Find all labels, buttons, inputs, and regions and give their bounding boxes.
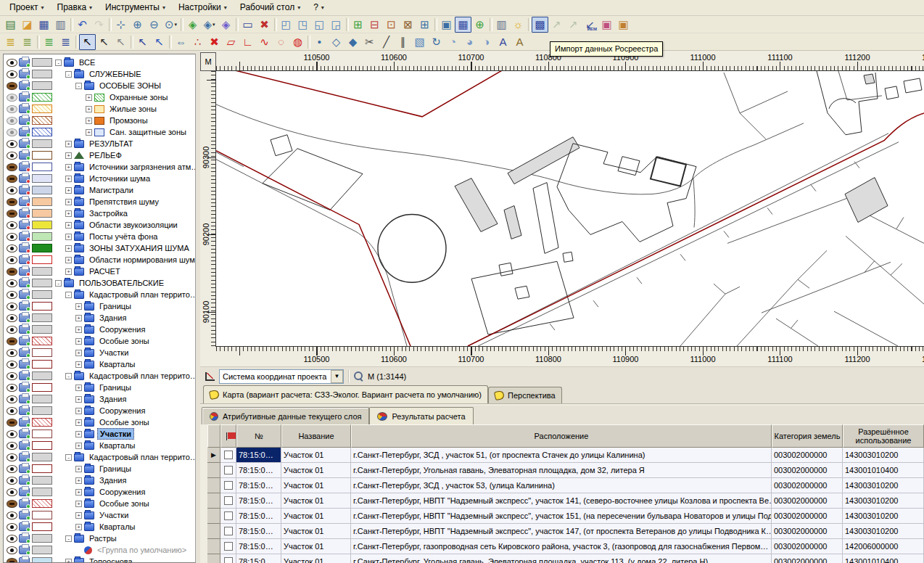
tree-expand-toggle[interactable]: + bbox=[65, 199, 72, 205]
layer-row[interactable]: + Участки bbox=[4, 347, 195, 358]
layer-row[interactable]: + Кварталы bbox=[4, 521, 195, 533]
split-object-button[interactable]: ✂ bbox=[361, 34, 378, 50]
row-checkbox[interactable] bbox=[224, 542, 233, 551]
toolbar-separator[interactable] bbox=[168, 34, 173, 50]
column-header-permitted-use[interactable]: Разрешённое использование bbox=[843, 424, 924, 448]
save-project-button[interactable]: ▦ bbox=[36, 17, 52, 33]
layer-row[interactable]: + Границы bbox=[4, 463, 195, 474]
printable-printer-icon[interactable] bbox=[19, 209, 30, 218]
toolbar-separator[interactable] bbox=[345, 17, 350, 33]
printable-printer-icon[interactable] bbox=[19, 104, 30, 113]
layer-row[interactable]: + Охранные зоны bbox=[4, 91, 195, 103]
printable-printer-icon[interactable] bbox=[19, 418, 30, 427]
printable-printer-icon[interactable] bbox=[19, 151, 30, 160]
copy-contour-button[interactable]: ◰ bbox=[278, 17, 294, 33]
printable-printer-icon[interactable] bbox=[19, 116, 30, 125]
view-tab[interactable]: Перспектива bbox=[488, 387, 562, 403]
draw-point-button[interactable]: • bbox=[311, 34, 328, 50]
row-checkbox-cell[interactable] bbox=[220, 448, 236, 463]
toolbar-separator[interactable] bbox=[234, 17, 239, 33]
draw-polygon-button[interactable]: ◇ bbox=[328, 34, 345, 50]
layer-label[interactable]: Особые зоны bbox=[97, 336, 152, 346]
printable-printer-icon[interactable] bbox=[19, 511, 30, 519]
tree-expand-toggle[interactable]: + bbox=[65, 152, 72, 159]
layer-style-swatch[interactable] bbox=[32, 93, 52, 102]
row-checkbox[interactable] bbox=[224, 481, 233, 490]
location-cell[interactable]: г.Санкт-Петербург, НВПТ "Надземный экспр… bbox=[351, 509, 772, 524]
column-header-location[interactable]: Расположение bbox=[351, 424, 772, 448]
visibility-eye-icon[interactable] bbox=[7, 500, 17, 508]
location-cell[interactable]: г.Санкт-Петербург, Угольная гавань, Элев… bbox=[351, 554, 772, 563]
tree-expand-toggle[interactable]: + bbox=[75, 501, 82, 507]
layer-style-swatch[interactable] bbox=[32, 430, 52, 438]
new-project-button[interactable]: ▤ bbox=[2, 17, 19, 33]
exit-marker-button[interactable]: ▣ bbox=[615, 17, 632, 33]
semantics-add-button[interactable]: ⊞ bbox=[350, 17, 366, 33]
layer-row[interactable]: - Растры bbox=[4, 533, 195, 544]
row-checkbox-cell[interactable] bbox=[220, 463, 236, 478]
layer-label[interactable]: Кварталы bbox=[97, 359, 137, 369]
layer-label[interactable]: Особые зоны bbox=[97, 417, 152, 427]
menu-item[interactable]: Инструменты ▾ bbox=[99, 0, 172, 15]
printable-printer-icon[interactable] bbox=[19, 313, 30, 322]
layer-row[interactable]: - ОСОБЫЕ ЗОНЫ bbox=[4, 80, 195, 91]
layer-label[interactable]: Промзоны bbox=[107, 115, 150, 126]
layer-row[interactable]: + Сооружения bbox=[4, 486, 195, 498]
name-cell[interactable]: Участок 01 bbox=[281, 448, 351, 463]
name-cell[interactable]: Участок 01 bbox=[281, 539, 351, 554]
semantics-view-button[interactable]: ⊡ bbox=[383, 17, 400, 33]
visibility-eye-icon[interactable] bbox=[7, 279, 17, 287]
layer-label[interactable]: РАСЧЕТ bbox=[87, 266, 123, 276]
layer-style-swatch[interactable] bbox=[32, 151, 52, 160]
printable-printer-icon[interactable] bbox=[19, 476, 30, 485]
undo-button[interactable]: ↶ bbox=[74, 17, 91, 33]
draw-arc2-button[interactable]: ◕ bbox=[461, 34, 478, 50]
row-checkbox-cell[interactable] bbox=[220, 509, 236, 524]
edit-mesh-button[interactable]: ◍ bbox=[289, 34, 306, 50]
layer-style-swatch[interactable] bbox=[32, 546, 52, 554]
layer-style-swatch[interactable] bbox=[32, 534, 52, 543]
printable-printer-icon[interactable] bbox=[19, 348, 30, 357]
permitted-use-cell[interactable]: 143003010200 bbox=[843, 493, 924, 509]
tree-expand-toggle[interactable]: - bbox=[55, 280, 62, 287]
layer-row[interactable]: + Особые зоны bbox=[4, 335, 195, 347]
layer-row[interactable]: + Жилые зоны bbox=[4, 103, 195, 115]
row-checkbox[interactable] bbox=[224, 496, 233, 505]
toolbar-separator[interactable] bbox=[306, 34, 311, 50]
visibility-eye-icon[interactable] bbox=[7, 314, 17, 322]
cadastral-number-cell[interactable]: 78:15:0… bbox=[236, 463, 281, 478]
toolbar-separator[interactable] bbox=[527, 17, 532, 33]
cadastral-number-cell[interactable]: 78:15:0… bbox=[236, 478, 281, 493]
visibility-eye-icon[interactable] bbox=[7, 523, 17, 531]
semantics-edit-button[interactable]: ⊠ bbox=[400, 17, 416, 33]
layer-row[interactable]: + Здания bbox=[4, 393, 195, 405]
pan-tool-button[interactable]: ⊹ bbox=[112, 17, 129, 33]
layer-style-swatch[interactable] bbox=[32, 395, 52, 403]
layer-label[interactable]: Жилые зоны bbox=[107, 104, 159, 114]
location-cell[interactable]: г.Санкт-Петербург, Угольная гавань, Элев… bbox=[351, 463, 772, 478]
printable-printer-icon[interactable] bbox=[19, 70, 30, 78]
printable-printer-icon[interactable] bbox=[19, 325, 30, 334]
layer-style-swatch[interactable] bbox=[32, 522, 52, 531]
visibility-eye-icon[interactable] bbox=[7, 430, 17, 438]
layer-label[interactable]: Границы bbox=[97, 301, 133, 311]
printable-printer-icon[interactable] bbox=[19, 255, 30, 264]
row-checkbox-cell[interactable] bbox=[220, 554, 236, 563]
tree-expand-toggle[interactable]: - bbox=[65, 454, 72, 461]
location-cell[interactable]: г.Санкт-Петербург, ЗСД , участок 53, (ул… bbox=[351, 478, 772, 493]
add-map-object-button[interactable]: ◈ bbox=[184, 17, 201, 33]
layer-label[interactable]: Источники шума bbox=[87, 173, 152, 184]
layer-style-swatch[interactable] bbox=[32, 163, 52, 171]
layer-label[interactable]: ВСЕ bbox=[77, 57, 97, 67]
column-header-land-category[interactable]: Категория земель bbox=[772, 424, 843, 448]
move-object-button[interactable]: ↖ bbox=[151, 34, 168, 50]
cadastral-number-cell[interactable]: 78:15:0… bbox=[236, 509, 281, 524]
name-cell[interactable]: Участок 01 bbox=[281, 493, 351, 509]
permitted-use-cell[interactable]: 143003010200 bbox=[843, 448, 924, 463]
layer-label[interactable]: Границы bbox=[97, 382, 133, 393]
draw-filled-polygon-button[interactable]: ◆ bbox=[345, 34, 361, 50]
visibility-eye-icon[interactable] bbox=[7, 268, 17, 276]
layer-row[interactable]: - Кадастровый план террито… bbox=[4, 451, 195, 463]
visibility-eye-icon[interactable] bbox=[7, 326, 17, 334]
layer-style-swatch[interactable] bbox=[32, 104, 52, 113]
